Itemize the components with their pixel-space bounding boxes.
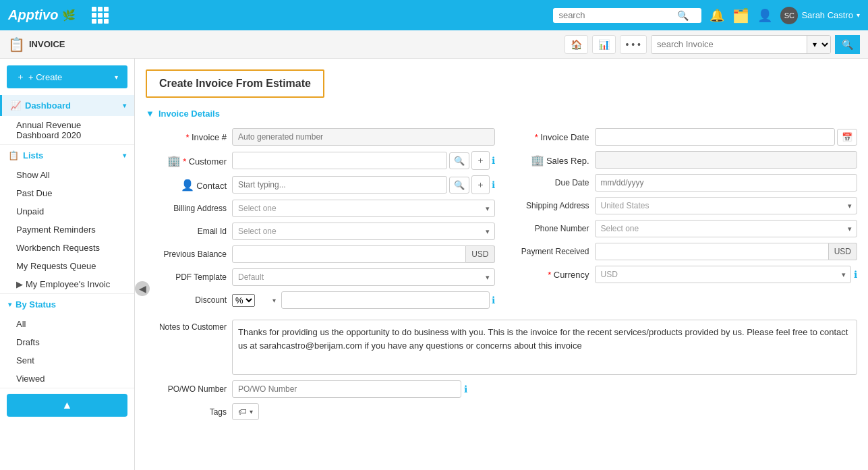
- search-invoice-filter[interactable]: ▾: [807, 36, 830, 53]
- bell-icon[interactable]: 🔔: [710, 8, 724, 23]
- sidebar-item-sent[interactable]: Sent: [0, 351, 134, 370]
- notes-row: Notes to Customer Thanks for providing u…: [146, 320, 857, 375]
- more-options-button[interactable]: • • •: [620, 35, 647, 54]
- required-star: *: [548, 270, 551, 280]
- lists-caret-icon: ▾: [123, 152, 126, 159]
- shipping-address-select-wrapper[interactable]: United States: [595, 197, 858, 214]
- sidebar-item-payment-reminders[interactable]: Payment Reminders: [0, 221, 134, 239]
- shipping-address-select[interactable]: United States: [595, 197, 858, 214]
- sidebar-item-workbench-requests[interactable]: Workbench Requests: [0, 239, 134, 257]
- contact-label: 👤 Contact: [146, 179, 227, 192]
- po-wo-info-button[interactable]: ℹ: [464, 384, 467, 394]
- briefcase-icon[interactable]: 🗂️: [732, 7, 749, 24]
- discount-type-wrapper[interactable]: %: [232, 294, 279, 307]
- collapse-sidebar-button[interactable]: ◀: [135, 281, 150, 296]
- billing-address-select-wrapper[interactable]: Select one: [232, 200, 495, 217]
- logo: Apptivo 🌿: [8, 7, 76, 23]
- form-title: Create Invoice From Estimate: [146, 69, 324, 98]
- collapse-section-icon[interactable]: ▼: [146, 109, 154, 119]
- sidebar-item-past-due[interactable]: Past Due: [0, 184, 134, 202]
- chart-button[interactable]: 📊: [592, 35, 616, 54]
- phone-number-select-wrapper[interactable]: Select one: [595, 220, 858, 237]
- invoice-number-label: * Invoice #: [146, 132, 227, 142]
- sidebar-item-all[interactable]: All: [0, 315, 134, 333]
- create-button-label: + Create: [28, 72, 62, 82]
- currency-info-button[interactable]: ℹ: [854, 269, 857, 280]
- sidebar-item-by-status[interactable]: ▾ By Status: [0, 294, 134, 315]
- po-wo-input[interactable]: [232, 380, 461, 398]
- customer-info-button[interactable]: ℹ: [492, 155, 495, 166]
- tags-button[interactable]: 🏷 ▾: [232, 403, 259, 420]
- by-status-caret-icon: ▾: [8, 301, 11, 308]
- po-wo-label: PO/WO Number: [146, 384, 227, 394]
- pdf-template-select[interactable]: Default: [232, 268, 495, 286]
- invoice-number-input[interactable]: [232, 128, 495, 146]
- contact-info-button[interactable]: ℹ: [492, 179, 495, 190]
- invoice-date-calendar-button[interactable]: 📅: [837, 129, 857, 146]
- email-id-select[interactable]: Select one: [232, 223, 495, 240]
- logo-leaf-icon: 🌿: [62, 9, 76, 22]
- pdf-template-label: PDF Template: [146, 272, 227, 282]
- contact-search-button[interactable]: 🔍: [449, 177, 469, 194]
- sales-rep-input[interactable]: Sarah Castro: [595, 151, 858, 169]
- expand-icon: ▶: [16, 279, 23, 289]
- create-button[interactable]: ＋ + Create ▾: [7, 65, 127, 88]
- previous-balance-input[interactable]: 0.00: [232, 245, 466, 263]
- search-input[interactable]: [558, 10, 673, 20]
- sidebar-item-unpaid[interactable]: Unpaid: [0, 202, 134, 221]
- dashboard-label: Dashboard: [25, 100, 71, 111]
- home-button[interactable]: 🏠: [565, 35, 588, 54]
- sidebar-item-viewed[interactable]: Viewed: [0, 370, 134, 388]
- due-date-label: Due Date: [509, 178, 589, 187]
- phone-number-select[interactable]: Select one: [595, 220, 858, 237]
- billing-address-select[interactable]: Select one: [232, 200, 495, 217]
- left-column: * Invoice # 🏢 * Customer Jossie 🔍: [146, 128, 495, 314]
- sidebar: ＋ + Create ▾ 📈 Dashboard ▾ Annual Revenu…: [0, 59, 135, 470]
- customer-search-button[interactable]: 🔍: [449, 152, 469, 169]
- discount-type-select[interactable]: %: [232, 294, 255, 307]
- invoice-date-label: * Invoice Date: [509, 132, 589, 142]
- sidebar-item-show-all[interactable]: Show All: [0, 166, 134, 184]
- invoice-date-input[interactable]: 07/10/2020: [595, 128, 836, 146]
- sidebar-item-dashboard[interactable]: 📈 Dashboard ▾: [0, 95, 134, 116]
- invoice-search-bar[interactable]: ▾: [651, 35, 831, 54]
- sidebar-item-annual-revenue[interactable]: Annual Revenue Dashboard 2020: [0, 116, 134, 144]
- discount-info-button[interactable]: ℹ: [492, 295, 495, 305]
- due-date-input[interactable]: [595, 174, 858, 192]
- customer-input[interactable]: Jossie: [232, 152, 447, 169]
- search-icon: 🔍: [677, 10, 689, 21]
- sub-nav: 📋 INVOICE 🏠 📊 • • • ▾ 🔍: [0, 30, 868, 59]
- users-icon[interactable]: 👤: [757, 8, 772, 23]
- content-area: Create Invoice From Estimate ▼ Invoice D…: [135, 59, 868, 470]
- sidebar-item-lists[interactable]: 📋 Lists ▾: [0, 145, 134, 166]
- tags-row: Tags 🏷 ▾: [146, 403, 857, 420]
- pdf-template-select-wrapper[interactable]: Default: [232, 268, 495, 286]
- contact-add-button[interactable]: ＋: [471, 175, 490, 194]
- contact-input[interactable]: [232, 176, 447, 194]
- avatar: SC: [780, 7, 798, 24]
- email-id-select-wrapper[interactable]: Select one: [232, 223, 495, 240]
- user-menu[interactable]: SC Sarah Castro ▾: [780, 7, 860, 24]
- scroll-top-button[interactable]: ▲: [7, 394, 127, 417]
- shipping-address-label: Shipping Address: [509, 201, 589, 210]
- customer-add-button[interactable]: ＋: [471, 151, 490, 170]
- sidebar-item-drafts[interactable]: Drafts: [0, 333, 134, 351]
- discount-value-input[interactable]: 0.00: [281, 291, 490, 309]
- global-search-bar[interactable]: 🔍: [553, 8, 701, 23]
- payment-received-group: 0.00 USD: [595, 243, 858, 260]
- search-invoice-button[interactable]: 🔍: [835, 35, 860, 54]
- form-columns: * Invoice # 🏢 * Customer Jossie 🔍: [146, 128, 857, 314]
- search-invoice-input[interactable]: [652, 36, 807, 53]
- email-id-label: Email Id: [146, 227, 227, 236]
- sidebar-item-my-requests-queue[interactable]: My Requests Queue: [0, 257, 134, 275]
- billing-address-label: Billing Address: [146, 204, 227, 213]
- by-status-label: By Status: [16, 299, 56, 310]
- payment-received-input[interactable]: 0.00: [595, 243, 829, 260]
- currency-select[interactable]: USD: [595, 266, 852, 283]
- sidebar-item-my-employees-invoice[interactable]: ▶ My Employee's Invoic: [0, 275, 134, 293]
- currency-select-wrapper[interactable]: USD: [595, 266, 852, 283]
- invoice-date-group: 07/10/2020 📅: [595, 128, 858, 146]
- apps-grid-icon[interactable]: [92, 7, 109, 24]
- discount-label: Discount: [146, 295, 227, 305]
- by-status-section: ▾ By Status All Drafts Sent Viewed: [0, 294, 134, 388]
